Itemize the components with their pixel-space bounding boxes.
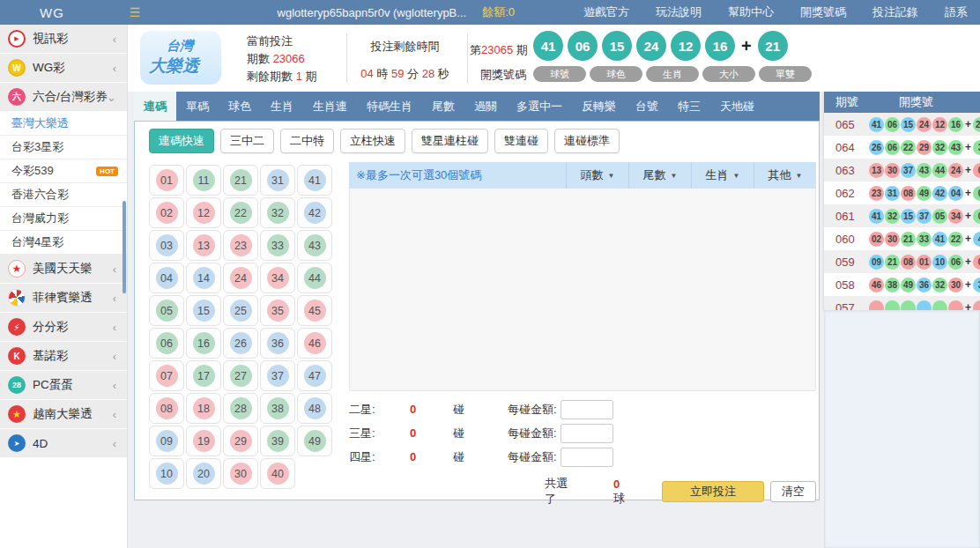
- sidebar-item-台彩3星彩[interactable]: 台彩3星彩: [0, 136, 127, 159]
- number-cell-31[interactable]: 31: [260, 165, 295, 196]
- tab-特三[interactable]: 特三: [668, 92, 710, 121]
- sidebar-item-美國天天樂[interactable]: ★美國天天樂‹: [0, 255, 127, 284]
- number-cell-44[interactable]: 44: [297, 263, 332, 293]
- number-cell-05[interactable]: 05: [149, 295, 184, 326]
- number-cell-22[interactable]: 22: [223, 197, 258, 228]
- number-cell-03[interactable]: 03: [149, 230, 184, 261]
- topnav-item-語系[interactable]: 語系: [945, 4, 968, 20]
- number-cell-38[interactable]: 38: [260, 393, 295, 424]
- sidebar-item-六合/台灣彩券[interactable]: 六六合/台灣彩券⌄: [0, 83, 127, 112]
- number-cell-41[interactable]: 41: [297, 165, 332, 196]
- filter-dropdown-尾數[interactable]: 尾數▼: [628, 162, 691, 189]
- mode-button-連碰標準[interactable]: 連碰標準: [554, 129, 620, 153]
- hamburger-menu-icon[interactable]: ☰: [130, 5, 141, 19]
- number-cell-45[interactable]: 45: [297, 295, 332, 326]
- sidebar-item-台灣4星彩[interactable]: 台灣4星彩: [0, 231, 127, 255]
- tab-生肖[interactable]: 生肖: [261, 92, 303, 121]
- tab-天地碰[interactable]: 天地碰: [710, 92, 764, 121]
- mode-button-連碼快速[interactable]: 連碼快速: [149, 129, 214, 153]
- number-cell-29[interactable]: 29: [223, 426, 258, 456]
- number-cell-14[interactable]: 14: [186, 263, 221, 293]
- sidebar-item-臺灣大樂透[interactable]: 臺灣大樂透: [0, 112, 127, 136]
- sidebar-item-4D[interactable]: ➤4D‹: [0, 429, 127, 458]
- amount-input[interactable]: [561, 400, 613, 419]
- draw-view-tab-球色[interactable]: 球色: [590, 66, 642, 82]
- number-cell-17[interactable]: 17: [186, 360, 221, 391]
- draw-view-tab-生肖[interactable]: 生肖: [646, 66, 699, 82]
- mode-button-三中二[interactable]: 三中二: [220, 129, 274, 153]
- number-cell-24[interactable]: 24: [223, 263, 258, 293]
- number-cell-21[interactable]: 21: [223, 165, 258, 196]
- number-cell-02[interactable]: 02: [149, 197, 184, 228]
- number-cell-04[interactable]: 04: [149, 263, 184, 293]
- amount-input[interactable]: [561, 448, 613, 467]
- number-cell-39[interactable]: 39: [260, 426, 295, 456]
- number-cell-42[interactable]: 42: [297, 197, 332, 228]
- number-cell-34[interactable]: 34: [260, 263, 295, 293]
- amount-input[interactable]: [561, 424, 613, 443]
- tab-多選中一[interactable]: 多選中一: [507, 92, 572, 121]
- number-cell-11[interactable]: 11: [186, 165, 221, 196]
- number-cell-23[interactable]: 23: [223, 230, 258, 261]
- number-cell-30[interactable]: 30: [223, 458, 258, 489]
- sidebar-item-台灣威力彩[interactable]: 台灣威力彩: [0, 207, 127, 231]
- filter-dropdown-其他[interactable]: 其他▼: [754, 162, 816, 189]
- tab-連碼[interactable]: 連碼: [134, 92, 176, 121]
- sidebar-item-視訊彩[interactable]: ▶視訊彩‹: [0, 25, 127, 54]
- sidebar-item-今彩539[interactable]: 今彩539HOT: [0, 159, 127, 183]
- filter-dropdown-生肖[interactable]: 生肖▼: [691, 162, 754, 189]
- mode-button-雙連碰[interactable]: 雙連碰: [494, 129, 548, 153]
- topnav-item-玩法說明[interactable]: 玩法說明: [656, 4, 702, 20]
- tab-尾數[interactable]: 尾數: [422, 92, 464, 121]
- number-cell-35[interactable]: 35: [260, 295, 295, 326]
- number-cell-49[interactable]: 49: [297, 426, 332, 456]
- number-cell-20[interactable]: 20: [186, 458, 221, 489]
- number-cell-19[interactable]: 19: [186, 426, 221, 456]
- mode-button-雙星連柱碰[interactable]: 雙星連柱碰: [412, 129, 488, 153]
- place-bet-button[interactable]: 立即投注: [662, 481, 764, 502]
- tab-過關[interactable]: 過關: [464, 92, 507, 121]
- tab-生肖連[interactable]: 生肖連: [303, 92, 357, 121]
- sidebar-item-香港六合彩[interactable]: 香港六合彩: [0, 183, 127, 207]
- tab-台號[interactable]: 台號: [626, 92, 668, 121]
- topnav-item-投注記錄[interactable]: 投注記錄: [872, 4, 918, 20]
- number-cell-40[interactable]: 40: [260, 458, 295, 489]
- number-cell-18[interactable]: 18: [186, 393, 221, 424]
- tab-反轉樂[interactable]: 反轉樂: [572, 92, 626, 121]
- sidebar-item-分分彩[interactable]: ⚡分分彩‹: [0, 313, 127, 342]
- number-cell-28[interactable]: 28: [223, 393, 258, 424]
- sidebar-item-菲律賓樂透[interactable]: 菲律賓樂透‹: [0, 284, 127, 313]
- draw-view-tab-單雙[interactable]: 單雙: [759, 66, 812, 82]
- number-cell-13[interactable]: 13: [186, 230, 221, 261]
- topnav-item-開獎號碼[interactable]: 開獎號碼: [800, 4, 846, 20]
- sidebar-item-基諾彩[interactable]: K基諾彩‹: [0, 342, 127, 371]
- topnav-item-遊戲官方[interactable]: 遊戲官方: [583, 4, 629, 20]
- sidebar-item-PC蛋蛋[interactable]: 28PC蛋蛋‹: [0, 371, 127, 400]
- number-cell-12[interactable]: 12: [186, 197, 221, 228]
- number-cell-16[interactable]: 16: [186, 328, 221, 359]
- number-cell-06[interactable]: 06: [149, 328, 184, 359]
- filter-dropdown-頭數[interactable]: 頭數▼: [566, 162, 628, 189]
- number-cell-33[interactable]: 33: [260, 230, 295, 261]
- tab-特碼生肖[interactable]: 特碼生肖: [357, 92, 422, 121]
- sidebar-item-WG彩[interactable]: WWG彩‹: [0, 54, 127, 83]
- number-cell-10[interactable]: 10: [149, 458, 184, 489]
- draw-view-tab-大小[interactable]: 大小: [702, 66, 755, 82]
- mode-button-二中特[interactable]: 二中特: [280, 129, 334, 153]
- number-cell-27[interactable]: 27: [223, 360, 258, 391]
- number-cell-25[interactable]: 25: [223, 295, 258, 326]
- sidebar-item-越南大樂透[interactable]: ★越南大樂透‹: [0, 400, 127, 429]
- mode-button-立柱快速[interactable]: 立柱快速: [340, 129, 405, 153]
- number-cell-43[interactable]: 43: [297, 230, 332, 261]
- number-cell-46[interactable]: 46: [297, 328, 332, 359]
- tab-球色[interactable]: 球色: [219, 92, 261, 121]
- number-cell-36[interactable]: 36: [260, 328, 295, 359]
- number-cell-01[interactable]: 01: [149, 165, 184, 196]
- number-cell-09[interactable]: 09: [149, 426, 184, 456]
- sidebar-scrollbar[interactable]: [122, 201, 126, 293]
- number-cell-32[interactable]: 32: [260, 197, 295, 228]
- clear-button[interactable]: 清空: [770, 481, 816, 502]
- number-cell-15[interactable]: 15: [186, 295, 221, 326]
- topnav-item-幫助中心[interactable]: 幫助中心: [728, 4, 774, 20]
- tab-單碼[interactable]: 單碼: [176, 92, 219, 121]
